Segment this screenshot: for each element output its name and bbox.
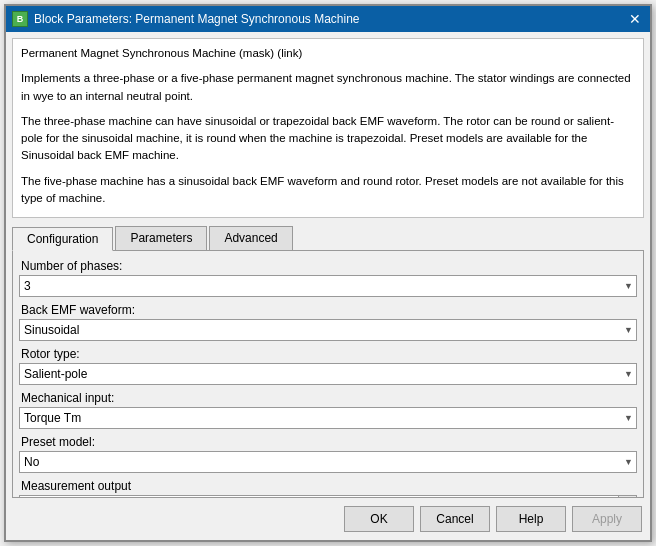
help-button[interactable]: Help (496, 506, 566, 532)
label-mech-input: Mechanical input: (19, 391, 637, 405)
tabs-area: Configuration Parameters Advanced (6, 222, 650, 250)
label-preset-model: Preset model: (19, 435, 637, 449)
select-wrapper-preset-model: No (19, 451, 637, 473)
field-group-preset-model: Preset model: No (19, 435, 637, 473)
select-wrapper-rotor-type: Salient-pole Round (19, 363, 637, 385)
select-num-phases[interactable]: 3 5 (19, 275, 637, 297)
select-wrapper-num-phases: 3 5 (19, 275, 637, 297)
tab-bar: Configuration Parameters Advanced (12, 226, 644, 250)
select-back-emf[interactable]: Sinusoidal Trapezoidal (19, 319, 637, 341)
select-wrapper-mech-input: Torque Tm Speed w (19, 407, 637, 429)
tab-advanced[interactable]: Advanced (209, 226, 292, 250)
ok-button[interactable]: OK (344, 506, 414, 532)
close-button[interactable]: ✕ (626, 10, 644, 28)
title-bar: B Block Parameters: Permanent Magnet Syn… (6, 6, 650, 32)
apply-button[interactable]: Apply (572, 506, 642, 532)
select-mech-input[interactable]: Torque Tm Speed w (19, 407, 637, 429)
block-icon: B (12, 11, 28, 27)
dialog-content: Permanent Magnet Synchronous Machine (ma… (6, 32, 650, 498)
dialog-window: B Block Parameters: Permanent Magnet Syn… (4, 4, 652, 542)
field-group-rotor-type: Rotor type: Salient-pole Round (19, 347, 637, 385)
description-para1: Implements a three-phase or a five-phase… (21, 70, 635, 105)
label-measurement: Measurement output (19, 479, 637, 493)
cancel-button[interactable]: Cancel (420, 506, 490, 532)
dialog-title: Block Parameters: Permanent Magnet Synch… (34, 12, 360, 26)
description-para2: The three-phase machine can have sinusoi… (21, 113, 635, 165)
field-group-back-emf: Back EMF waveform: Sinusoidal Trapezoida… (19, 303, 637, 341)
select-preset-model[interactable]: No (19, 451, 637, 473)
description-para3: The five-phase machine has a sinusoidal … (21, 173, 635, 208)
select-rotor-type[interactable]: Salient-pole Round (19, 363, 637, 385)
label-back-emf: Back EMF waveform: (19, 303, 637, 317)
tab-content-configuration: Number of phases: 3 5 Back EMF waveform:… (12, 250, 644, 498)
label-num-phases: Number of phases: (19, 259, 637, 273)
tab-configuration[interactable]: Configuration (12, 227, 113, 251)
tab-parameters[interactable]: Parameters (115, 226, 207, 250)
field-group-num-phases: Number of phases: 3 5 (19, 259, 637, 297)
field-group-mech-input: Mechanical input: Torque Tm Speed w (19, 391, 637, 429)
field-group-measurement: Measurement output ► (19, 479, 637, 498)
description-area: Permanent Magnet Synchronous Machine (ma… (12, 38, 644, 218)
label-rotor-type: Rotor type: (19, 347, 637, 361)
description-header: Permanent Magnet Synchronous Machine (ma… (21, 45, 635, 62)
title-bar-left: B Block Parameters: Permanent Magnet Syn… (12, 11, 360, 27)
dialog-buttons: OK Cancel Help Apply (6, 498, 650, 540)
select-wrapper-back-emf: Sinusoidal Trapezoidal (19, 319, 637, 341)
